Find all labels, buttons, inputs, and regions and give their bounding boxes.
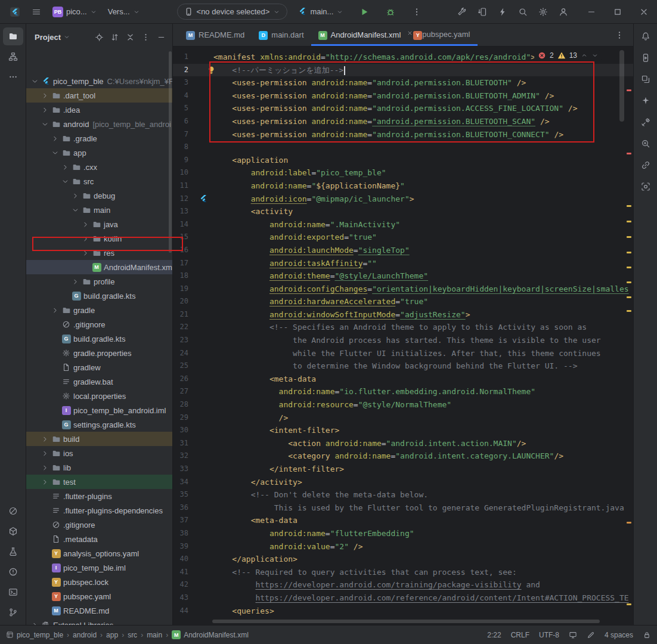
tree-item-.metadata[interactable]: .metadata [26, 532, 172, 546]
gutter[interactable] [194, 218, 212, 231]
editor-horizontal-scrollbar[interactable] [212, 620, 600, 623]
chevron-collapsed-icon[interactable] [70, 192, 80, 200]
breadcrumb-src[interactable]: src [128, 631, 137, 639]
gutter[interactable] [194, 347, 212, 360]
tree-item-.flutter-plugins-dependencies[interactable]: .flutter-plugins-dependencies [26, 503, 172, 518]
tab-pubspec.yaml[interactable] [408, 32, 411, 35]
tree-item-test[interactable]: test [26, 475, 172, 489]
code-line-25[interactable]: 25 to determine the Window background be… [173, 360, 633, 373]
code-line-28[interactable]: 28 android:resource="@style/NormalTheme" [173, 398, 633, 411]
code-line-33[interactable]: 33 </intent-filter> [173, 463, 633, 476]
prev-problem-chevron-up-icon[interactable] [581, 52, 588, 59]
code-line-37[interactable]: 37 <meta-data [173, 514, 633, 527]
chevron-expanded-icon[interactable] [70, 206, 80, 214]
tree-item-settings.gradle.kts[interactable]: Gsettings.gradle.kts [26, 417, 172, 432]
chevron-collapsed-icon[interactable] [40, 478, 50, 486]
code-line-24[interactable]: 24 while the Flutter UI initializes. Aft… [173, 347, 633, 360]
resource-manager-icon[interactable] [636, 70, 656, 88]
tab-AndroidManifest.xml[interactable]: MAndroidManifest.xmlYpubspec.yaml [311, 24, 478, 46]
chevron-collapsed-icon[interactable] [40, 435, 50, 443]
structure-icon[interactable] [3, 48, 23, 66]
code-line-31[interactable]: 31 <action android:name="android.intent.… [173, 437, 633, 450]
gutter[interactable] [194, 385, 212, 398]
breadcrumb-AndroidManifest.xml[interactable]: MAndroidManifest.xml [172, 630, 249, 640]
gutter[interactable] [194, 578, 212, 592]
swap-icon[interactable] [107, 29, 122, 45]
stripe-mark[interactable] [627, 236, 631, 238]
gutter[interactable] [194, 166, 212, 179]
editor-area[interactable]: 1<manifest xmlns:android="http://schemas… [173, 47, 633, 625]
stripe-mark[interactable] [627, 221, 631, 222]
gutter[interactable] [194, 231, 212, 244]
device-selector[interactable]: <no device selected> [177, 4, 288, 20]
code-line-29[interactable]: 29 /> [173, 411, 633, 425]
code-line-10[interactable]: 10 android:label="pico_temp_ble" [173, 166, 633, 179]
package-icon[interactable] [3, 522, 23, 540]
status-indent-style[interactable]: 4 spaces [605, 631, 633, 639]
code-line-6[interactable]: 6 <uses-permission android:name="android… [173, 115, 633, 128]
chevron-collapsed-icon[interactable] [50, 306, 60, 314]
tree-item-gradle[interactable]: gradle [26, 303, 172, 317]
stripe-mark[interactable] [627, 205, 631, 207]
chevron-expanded-icon[interactable] [50, 149, 60, 157]
code-line-22[interactable]: 22 <!-- Specifies an Android theme to ap… [173, 321, 633, 334]
status-file-encoding[interactable]: UTF-8 [539, 631, 559, 639]
tree-item-.dart_tool[interactable]: .dart_tool [26, 88, 172, 103]
status-line-separator[interactable]: CRLF [511, 631, 529, 639]
gutter[interactable] [194, 424, 212, 437]
tree-item-.idea[interactable]: .idea [26, 103, 172, 117]
stripe-mark[interactable] [627, 281, 631, 283]
code-line-14[interactable]: 14 android:name=".MainActivity" [173, 218, 633, 231]
gutter[interactable] [194, 463, 212, 476]
code-line-21[interactable]: 21 android:windowSoftInputMode="adjustRe… [173, 308, 633, 321]
bell-icon[interactable] [636, 27, 656, 45]
tree-item-build[interactable]: build [26, 432, 172, 446]
gutter[interactable] [194, 514, 212, 527]
tree-item-pubspec.lock[interactable]: Ypubspec.lock [26, 575, 172, 589]
gutter[interactable] [194, 321, 212, 334]
gutter[interactable] [194, 308, 212, 321]
breadcrumb-main[interactable]: main [147, 631, 162, 639]
code-line-13[interactable]: 13 <activity [173, 205, 633, 218]
code-line-16[interactable]: 16 android:launchMode="singleTop" [173, 244, 633, 257]
run-button[interactable] [354, 3, 374, 21]
stripe-mark[interactable] [627, 89, 631, 91]
tree-item-res[interactable]: res [26, 246, 172, 260]
code-pane[interactable]: 1<manifest xmlns:android="http://schemas… [173, 47, 633, 625]
project-panel-title[interactable]: Project [35, 33, 70, 42]
gutter[interactable] [194, 450, 212, 463]
tree-item-lib[interactable]: lib [26, 460, 172, 475]
gutter[interactable] [194, 476, 212, 489]
tree-item-pico_temp_ble.iml[interactable]: Ipico_temp_ble.iml [26, 561, 172, 575]
breadcrumb-android[interactable]: android [73, 631, 97, 639]
search-icon[interactable] [513, 3, 533, 21]
tree-item-android[interactable]: android[pico_temp_ble_androi [26, 117, 172, 131]
chevron-collapsed-icon[interactable] [60, 163, 70, 171]
gutter[interactable] [194, 283, 212, 296]
code-line-34[interactable]: 34 </activity> [173, 476, 633, 489]
gutter[interactable] [194, 270, 212, 283]
chevron-expanded-icon[interactable] [40, 120, 50, 128]
code-line-43[interactable]: 43 https://developer.android.com/referen… [173, 592, 633, 605]
tree-item-debug[interactable]: debug [26, 188, 172, 203]
tree-item-gradlew[interactable]: gradlew [26, 360, 172, 374]
gutter[interactable] [194, 295, 212, 308]
gutter[interactable] [194, 154, 212, 167]
gutter[interactable] [194, 411, 212, 425]
more-icon[interactable] [3, 68, 23, 86]
gutter[interactable] [194, 540, 212, 553]
gutter[interactable] [194, 76, 212, 89]
code-line-2[interactable]: 2 <!--パーミッションを追加--> [173, 64, 633, 77]
gutter[interactable] [194, 102, 212, 115]
minimize-button[interactable] [578, 0, 605, 24]
gutter[interactable] [194, 128, 212, 141]
breadcrumb-app[interactable]: app [106, 631, 118, 639]
stripe-mark[interactable] [627, 522, 631, 524]
code-line-23[interactable]: 23 the Android process has started. This… [173, 334, 633, 347]
layout-inspector-icon[interactable] [636, 178, 656, 196]
locate-icon[interactable] [91, 29, 107, 45]
more-run-options-button[interactable] [407, 3, 427, 21]
chevron-collapsed-icon[interactable] [30, 621, 40, 626]
gutter[interactable] [194, 334, 212, 347]
gutter[interactable] [194, 179, 212, 193]
